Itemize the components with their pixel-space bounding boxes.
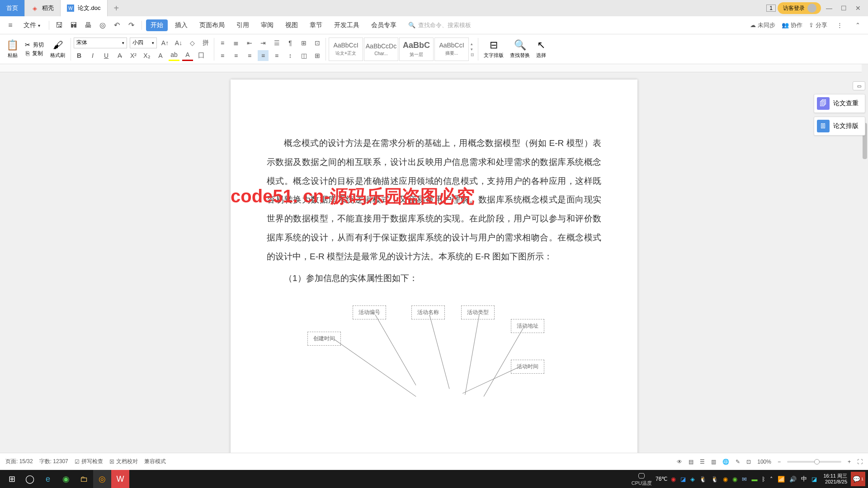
tray-icon[interactable]: ✉ <box>742 476 747 483</box>
notification-center[interactable]: 💬1 <box>851 472 865 486</box>
font-size-select[interactable]: 小四▾ <box>130 38 157 48</box>
layout-options-button[interactable]: ⊡ <box>312 38 323 48</box>
cpu-temp-widget[interactable]: 🖵 CPU温度 <box>632 472 652 486</box>
bold-button[interactable]: B <box>74 50 85 61</box>
highlight-button[interactable]: ab <box>169 50 179 61</box>
file-menu[interactable]: 文件 ▾ <box>19 19 45 31</box>
sync-status[interactable]: ☁未同步 <box>750 21 775 29</box>
menu-dev-tools[interactable]: 开发工具 <box>330 19 364 31</box>
menu-review[interactable]: 审阅 <box>256 19 278 31</box>
wifi-icon[interactable]: 📶 <box>778 476 785 483</box>
fit-width-icon[interactable]: ⊡ <box>746 459 751 465</box>
number-list-button[interactable]: ≣ <box>231 38 241 48</box>
save-icon[interactable]: 🖫 <box>53 19 65 31</box>
tab-char-button[interactable]: ¶ <box>285 38 296 48</box>
tab-document[interactable]: W论文.doc <box>61 0 108 16</box>
italic-button[interactable]: I <box>87 50 98 61</box>
increase-indent-button[interactable]: ⇥ <box>258 38 269 48</box>
char-border-button[interactable]: 囗 <box>196 50 207 61</box>
menu-references[interactable]: 引用 <box>232 19 254 31</box>
style-body[interactable]: AaBbCcI论文+正文 <box>329 38 363 61</box>
tab-home[interactable]: 首页 <box>0 0 25 16</box>
minimize-button[interactable]: — <box>823 2 835 14</box>
find-replace-button[interactable]: 🔍查找替换 <box>507 38 533 60</box>
zoom-slider[interactable] <box>787 461 841 463</box>
align-right-button[interactable]: ≡ <box>244 50 255 61</box>
paste-button[interactable]: 📋粘贴 <box>4 38 21 60</box>
page-view-icon[interactable]: ▤ <box>689 459 693 465</box>
menu-page-layout[interactable]: 页面布局 <box>195 19 229 31</box>
hamburger-icon[interactable]: ≡ <box>5 19 16 31</box>
wps-icon[interactable]: W <box>111 470 129 488</box>
shrink-font-icon[interactable]: A↓ <box>173 38 184 48</box>
distribute-button[interactable]: ≡ <box>271 50 282 61</box>
clock[interactable]: 16:11 周三 2021/8/25 <box>820 473 851 485</box>
font-color-button[interactable]: A <box>182 50 193 61</box>
ie-icon[interactable]: e <box>39 470 57 488</box>
outline-view-icon[interactable]: ☰ <box>700 459 705 465</box>
ruler[interactable] <box>0 64 868 72</box>
tab-daoqiao[interactable]: ◈稻壳 <box>25 0 61 16</box>
fullscreen-icon[interactable]: ⛶ <box>857 459 863 465</box>
app-icon-1[interactable]: ◎ <box>93 470 111 488</box>
doc-proof-toggle[interactable]: ☒文档校对 <box>109 458 138 465</box>
maximize-button[interactable]: ☐ <box>837 2 850 14</box>
zoom-in-button[interactable]: + <box>848 459 851 465</box>
eye-mode-icon[interactable]: 👁 <box>677 459 682 465</box>
volume-icon[interactable]: 🔊 <box>789 476 797 483</box>
style-expand[interactable]: ⊟ <box>471 52 474 57</box>
format-painter-button[interactable]: 🖌格式刷 <box>47 38 68 60</box>
tray-icon[interactable]: 🐧 <box>711 476 718 483</box>
tray-icon[interactable]: ◈ <box>690 476 695 483</box>
font-name-select[interactable]: 宋体▾ <box>74 38 127 48</box>
tray-icon[interactable]: ◪ <box>811 476 817 483</box>
start-button[interactable]: ⊞ <box>3 470 21 488</box>
document-page[interactable]: 概念模式的设计方法是在需求分析的基础上，用概念数据模型（例如 E-R 模型）表示… <box>231 80 637 453</box>
tray-icon[interactable]: ◉ <box>723 476 728 483</box>
zoom-level[interactable]: 100% <box>757 459 771 465</box>
menu-chapter[interactable]: 章节 <box>305 19 327 31</box>
undo-icon[interactable]: ↶ <box>111 19 123 31</box>
close-button[interactable]: ✕ <box>852 2 864 14</box>
align-left-button[interactable]: ≡ <box>217 50 228 61</box>
style-scroll-up[interactable]: ▴ <box>471 42 474 46</box>
command-search[interactable]: 🔍查找命令、搜索模板 <box>408 21 471 29</box>
print-icon[interactable]: 🖶 <box>82 19 94 31</box>
tray-icon[interactable]: ◪ <box>680 476 686 483</box>
clear-format-icon[interactable]: ◇ <box>187 38 198 48</box>
tray-icon[interactable]: ▬ <box>751 476 757 483</box>
shading-button[interactable]: ◫ <box>298 50 309 61</box>
decrease-indent-button[interactable]: ⇤ <box>244 38 255 48</box>
phonetic-icon[interactable]: 拼 <box>200 38 211 48</box>
select-button[interactable]: ↖选择 <box>533 38 549 60</box>
browser-icon[interactable]: ◉ <box>57 470 75 488</box>
edit-mode-icon[interactable]: ✎ <box>736 459 740 465</box>
paper-format-button[interactable]: 🗏论文排版 <box>814 117 865 136</box>
explorer-icon[interactable]: 🗀 <box>75 470 93 488</box>
login-button[interactable]: 访客登录 <box>778 2 821 14</box>
grow-font-icon[interactable]: A↑ <box>160 38 170 48</box>
web-view-icon[interactable]: 🌐 <box>722 459 729 465</box>
subscript-button[interactable]: X₂ <box>142 50 152 61</box>
more-icon[interactable]: ⋮ <box>834 19 845 31</box>
text-layout-button[interactable]: ⊟文字排版 <box>481 38 506 60</box>
window-count-badge[interactable]: 1 <box>766 5 776 12</box>
print-preview-icon[interactable]: ◎ <box>97 19 108 31</box>
side-toggle[interactable]: ▭ <box>853 81 865 90</box>
collapse-ribbon-icon[interactable]: ⌃ <box>852 19 863 31</box>
menu-insert[interactable]: 插入 <box>170 19 192 31</box>
redo-icon[interactable]: ↷ <box>126 19 137 31</box>
borders-button[interactable]: ⊞ <box>312 50 323 61</box>
style-char[interactable]: AaBbCcDcChar... <box>364 38 398 61</box>
tray-icon[interactable]: ◉ <box>732 476 737 483</box>
style-abstract[interactable]: AaBbCcI摘要... <box>434 38 469 61</box>
zoom-out-button[interactable]: − <box>778 459 781 465</box>
plagiarism-check-button[interactable]: 🗐论文查重 <box>814 94 865 113</box>
save-as-icon[interactable]: 🖬 <box>68 19 80 31</box>
strikethrough-button[interactable]: A̶ <box>114 50 125 61</box>
underline-button[interactable]: U <box>101 50 112 61</box>
cortana-icon[interactable]: ◯ <box>21 470 39 488</box>
tray-icon[interactable]: ◉ <box>671 476 676 483</box>
zoom-knob[interactable] <box>814 459 820 465</box>
spell-check-toggle[interactable]: ☑拼写检查 <box>75 458 103 465</box>
